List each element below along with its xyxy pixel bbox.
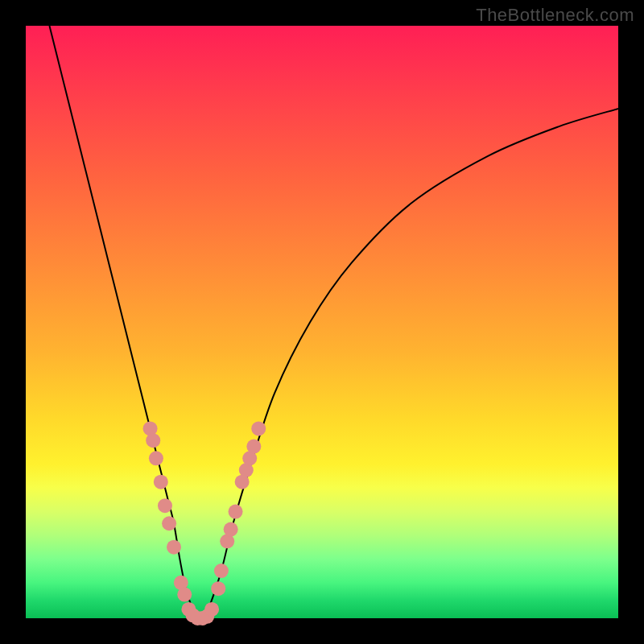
plot-area [26,26,618,618]
data-marker [214,564,229,578]
data-marker [146,433,160,448]
data-marker [149,451,163,465]
data-marker [229,505,243,519]
data-marker [154,475,168,489]
data-marker [204,602,219,617]
data-marker [211,581,225,596]
watermark-text: TheBottleneck.com [476,5,634,26]
data-marker [158,498,172,513]
chart-svg [26,26,618,618]
marker-group [143,421,266,625]
data-marker [251,421,266,436]
data-marker [246,440,261,454]
data-marker [224,522,238,537]
chart-frame: TheBottleneck.com [0,0,644,644]
data-marker [167,540,181,555]
data-marker [177,588,192,602]
data-marker [162,516,176,530]
bottleneck-curve [49,26,618,620]
